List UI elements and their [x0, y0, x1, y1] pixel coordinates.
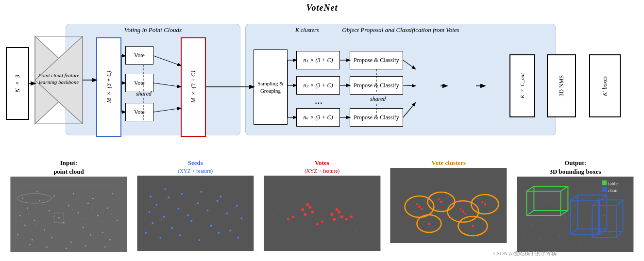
svg-point-115	[210, 225, 212, 227]
svg-point-122	[237, 237, 239, 239]
svg-point-201	[472, 225, 474, 228]
svg-point-83	[146, 214, 147, 215]
kprime-box: K' boxes	[589, 54, 621, 117]
svg-point-88	[185, 216, 186, 217]
svg-point-101	[155, 204, 157, 206]
vote-box-1: Vote	[125, 46, 153, 65]
viz-input-img	[7, 177, 130, 252]
svg-point-145	[356, 231, 356, 232]
svg-point-153	[333, 218, 336, 221]
svg-point-169	[448, 196, 449, 197]
svg-point-108	[216, 200, 218, 202]
svg-point-206	[546, 200, 547, 201]
svg-point-36	[27, 208, 28, 209]
svg-point-74	[62, 223, 63, 224]
svg-point-116	[229, 229, 231, 231]
svg-point-66	[66, 248, 67, 249]
svg-rect-82	[137, 176, 254, 251]
svg-point-46	[117, 220, 118, 221]
viz-seeds-img	[134, 176, 257, 251]
svg-point-104	[177, 208, 179, 210]
svg-point-191	[416, 203, 418, 205]
svg-point-47	[24, 225, 26, 226]
svg-rect-246	[602, 187, 607, 192]
svg-point-142	[297, 228, 298, 229]
svg-point-220	[524, 234, 525, 235]
svg-point-55	[70, 242, 72, 243]
svg-point-52	[17, 234, 18, 236]
input-box: N × 3	[6, 47, 29, 120]
svg-point-181	[426, 230, 427, 231]
svg-rect-128	[264, 176, 380, 251]
svg-point-60	[53, 196, 55, 197]
svg-point-87	[175, 209, 176, 210]
svg-point-193	[440, 201, 442, 203]
n2-box: n₂ × (3 + C)	[296, 76, 340, 95]
svg-point-147	[308, 206, 311, 209]
svg-point-44	[97, 215, 99, 216]
svg-point-205	[541, 220, 542, 221]
svg-point-200	[428, 223, 430, 225]
viz-clusters-label: Vote clusters	[431, 159, 466, 167]
svg-point-161	[321, 221, 323, 223]
svg-point-194	[438, 198, 440, 200]
svg-point-139	[360, 207, 361, 208]
kcout-box: K × C_out	[509, 54, 535, 117]
viz-votes-img	[261, 176, 384, 251]
viz-output: Output: 3D bounding boxes	[514, 159, 637, 252]
svg-point-223	[579, 241, 580, 242]
svg-point-175	[405, 216, 406, 217]
svg-point-117	[145, 232, 147, 234]
svg-point-119	[179, 234, 181, 236]
svg-point-225	[618, 238, 619, 239]
svg-point-110	[236, 205, 237, 207]
svg-point-212	[604, 215, 605, 216]
svg-point-141	[278, 224, 279, 225]
svg-point-77	[91, 209, 92, 210]
svg-point-89	[195, 204, 196, 205]
viz-output-label2: 3D bounding boxes	[549, 168, 601, 176]
svg-point-150	[306, 203, 309, 206]
dots-label: …	[315, 97, 322, 106]
svg-point-120	[198, 239, 200, 241]
svg-point-170	[458, 204, 459, 205]
svg-point-78	[101, 221, 102, 222]
svg-point-43	[87, 203, 89, 204]
svg-point-100	[148, 211, 150, 213]
viz-clusters-img	[387, 168, 510, 243]
viz-input-label: Input:	[60, 159, 77, 167]
pc-box-2: Propose & Classify	[350, 76, 403, 95]
svg-point-39	[49, 210, 50, 212]
svg-point-109	[226, 212, 228, 214]
svg-point-45	[107, 208, 108, 209]
vote-box-3: Vote	[125, 103, 153, 121]
svg-point-130	[280, 207, 281, 208]
svg-text:chair: chair	[609, 188, 619, 193]
svg-point-146	[301, 208, 304, 211]
svg-point-94	[243, 219, 244, 220]
svg-point-140	[370, 219, 371, 220]
pc-box-1: Propose & Classify	[350, 51, 403, 69]
svg-point-73	[52, 216, 53, 217]
svg-point-163	[400, 206, 401, 207]
svg-point-136	[331, 212, 332, 212]
svg-point-221	[540, 238, 541, 239]
svg-point-123	[150, 196, 152, 197]
svg-point-180	[409, 226, 410, 227]
svg-point-156	[287, 218, 289, 221]
voting-section-title: Voting in Point Clouds	[66, 26, 240, 34]
svg-point-216	[551, 229, 552, 230]
svg-point-61	[73, 193, 74, 195]
svg-point-195	[462, 211, 464, 213]
svg-point-179	[482, 223, 483, 224]
svg-point-198	[484, 203, 486, 206]
svg-point-177	[443, 213, 444, 214]
svg-point-40	[58, 217, 60, 219]
vote-box-2: Vote	[125, 74, 153, 92]
svg-point-210	[585, 212, 586, 213]
svg-point-85	[161, 219, 162, 220]
svg-point-148	[304, 213, 306, 216]
svg-text:table: table	[609, 181, 618, 186]
svg-point-53	[32, 239, 33, 241]
viz-input: Input: point cloud	[7, 159, 130, 252]
